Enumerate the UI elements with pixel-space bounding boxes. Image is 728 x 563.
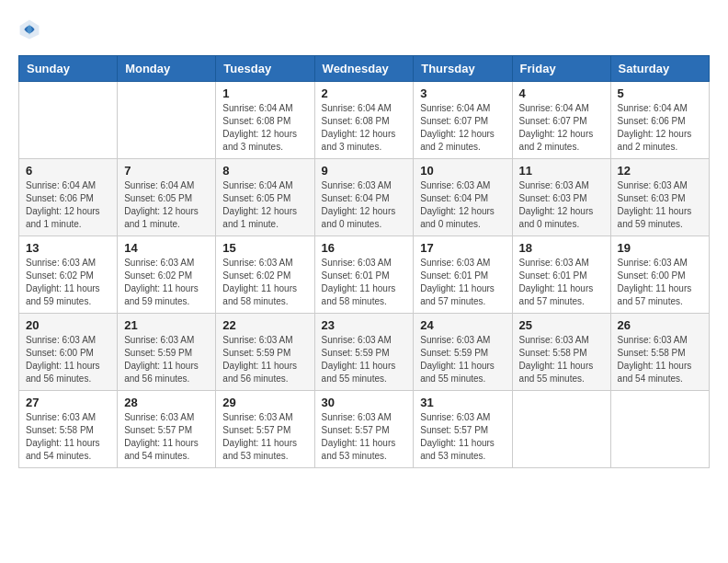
calendar-cell: 1Sunrise: 6:04 AM Sunset: 6:08 PM Daylig… [216,82,314,159]
calendar-cell: 12Sunrise: 6:03 AM Sunset: 6:03 PM Dayli… [610,159,709,236]
day-info: Sunrise: 6:03 AM Sunset: 6:01 PM Dayligh… [519,257,604,308]
calendar-cell: 23Sunrise: 6:03 AM Sunset: 5:59 PM Dayli… [314,314,414,391]
day-info: Sunrise: 6:03 AM Sunset: 5:58 PM Dayligh… [618,334,702,385]
calendar-cell [118,82,216,159]
calendar-cell [512,391,610,468]
calendar-header-row: SundayMondayTuesdayWednesdayThursdayFrid… [19,56,710,82]
calendar-week-row: 13Sunrise: 6:03 AM Sunset: 6:02 PM Dayli… [19,236,710,314]
calendar-cell: 20Sunrise: 6:03 AM Sunset: 6:00 PM Dayli… [19,314,118,391]
calendar-cell: 24Sunrise: 6:03 AM Sunset: 5:59 PM Dayli… [414,314,512,391]
day-info: Sunrise: 6:03 AM Sunset: 6:02 PM Dayligh… [124,257,209,308]
day-number: 23 [322,318,407,332]
calendar-cell: 14Sunrise: 6:03 AM Sunset: 6:02 PM Dayli… [118,236,216,314]
calendar-week-row: 1Sunrise: 6:04 AM Sunset: 6:08 PM Daylig… [19,82,710,159]
day-info: Sunrise: 6:03 AM Sunset: 5:59 PM Dayligh… [322,334,407,385]
header-thursday: Thursday [414,56,512,82]
calendar-week-row: 27Sunrise: 6:03 AM Sunset: 5:58 PM Dayli… [19,391,710,468]
day-number: 27 [26,396,110,409]
calendar-cell: 2Sunrise: 6:04 AM Sunset: 6:08 PM Daylig… [314,82,414,159]
day-info: Sunrise: 6:04 AM Sunset: 6:05 PM Dayligh… [222,179,307,231]
day-number: 7 [124,164,209,178]
calendar-cell: 11Sunrise: 6:03 AM Sunset: 6:03 PM Dayli… [512,159,610,236]
calendar-week-row: 20Sunrise: 6:03 AM Sunset: 6:00 PM Dayli… [19,314,710,391]
header-saturday: Saturday [610,56,709,82]
day-info: Sunrise: 6:04 AM Sunset: 6:07 PM Dayligh… [519,102,604,154]
day-info: Sunrise: 6:03 AM Sunset: 6:04 PM Dayligh… [420,179,505,231]
day-info: Sunrise: 6:03 AM Sunset: 5:57 PM Dayligh… [222,411,307,463]
calendar-cell: 8Sunrise: 6:04 AM Sunset: 6:05 PM Daylig… [216,159,314,236]
day-number: 3 [420,86,505,100]
logo [18,18,44,40]
day-info: Sunrise: 6:03 AM Sunset: 6:00 PM Dayligh… [618,257,702,308]
day-info: Sunrise: 6:03 AM Sunset: 6:01 PM Dayligh… [322,257,407,308]
calendar-cell: 6Sunrise: 6:04 AM Sunset: 6:06 PM Daylig… [19,159,118,236]
day-number: 5 [618,86,702,100]
day-number: 21 [124,318,209,332]
day-number: 22 [222,318,307,332]
day-info: Sunrise: 6:04 AM Sunset: 6:05 PM Dayligh… [124,179,209,231]
calendar-cell: 26Sunrise: 6:03 AM Sunset: 5:58 PM Dayli… [610,314,709,391]
calendar-week-row: 6Sunrise: 6:04 AM Sunset: 6:06 PM Daylig… [19,159,710,236]
day-number: 31 [420,396,505,409]
day-number: 30 [322,396,407,409]
day-info: Sunrise: 6:03 AM Sunset: 5:58 PM Dayligh… [519,334,604,385]
calendar-cell: 16Sunrise: 6:03 AM Sunset: 6:01 PM Dayli… [314,236,414,314]
calendar-cell: 21Sunrise: 6:03 AM Sunset: 5:59 PM Dayli… [118,314,216,391]
day-number: 18 [519,241,604,255]
day-info: Sunrise: 6:04 AM Sunset: 6:06 PM Dayligh… [26,179,110,231]
day-number: 6 [26,164,110,178]
day-number: 9 [322,164,407,178]
calendar-cell: 30Sunrise: 6:03 AM Sunset: 5:57 PM Dayli… [314,391,414,468]
day-info: Sunrise: 6:03 AM Sunset: 5:57 PM Dayligh… [124,411,209,463]
header-monday: Monday [118,56,216,82]
calendar-cell: 10Sunrise: 6:03 AM Sunset: 6:04 PM Dayli… [414,159,512,236]
calendar-cell: 9Sunrise: 6:03 AM Sunset: 6:04 PM Daylig… [314,159,414,236]
calendar-table: SundayMondayTuesdayWednesdayThursdayFrid… [18,55,710,468]
day-number: 16 [322,241,407,255]
calendar-cell: 18Sunrise: 6:03 AM Sunset: 6:01 PM Dayli… [512,236,610,314]
calendar-cell: 5Sunrise: 6:04 AM Sunset: 6:06 PM Daylig… [610,82,709,159]
day-number: 12 [618,164,702,178]
day-number: 1 [222,86,307,100]
day-info: Sunrise: 6:03 AM Sunset: 6:04 PM Dayligh… [322,179,407,231]
calendar-cell: 15Sunrise: 6:03 AM Sunset: 6:02 PM Dayli… [216,236,314,314]
day-info: Sunrise: 6:03 AM Sunset: 5:57 PM Dayligh… [322,411,407,463]
day-number: 28 [124,396,209,409]
calendar-cell [610,391,709,468]
day-number: 4 [519,86,604,100]
day-number: 13 [26,241,110,255]
day-info: Sunrise: 6:03 AM Sunset: 6:02 PM Dayligh… [26,257,110,308]
header-sunday: Sunday [19,56,118,82]
day-number: 8 [222,164,307,178]
day-info: Sunrise: 6:03 AM Sunset: 5:59 PM Dayligh… [124,334,209,385]
calendar-cell: 27Sunrise: 6:03 AM Sunset: 5:58 PM Dayli… [19,391,118,468]
day-info: Sunrise: 6:04 AM Sunset: 6:07 PM Dayligh… [420,102,505,154]
day-number: 25 [519,318,604,332]
logo-icon [18,18,40,40]
calendar-cell: 7Sunrise: 6:04 AM Sunset: 6:05 PM Daylig… [118,159,216,236]
day-number: 14 [124,241,209,255]
calendar-cell [19,82,118,159]
day-info: Sunrise: 6:03 AM Sunset: 5:59 PM Dayligh… [420,334,505,385]
calendar-cell: 31Sunrise: 6:03 AM Sunset: 5:57 PM Dayli… [414,391,512,468]
day-info: Sunrise: 6:03 AM Sunset: 5:57 PM Dayligh… [420,411,505,463]
day-info: Sunrise: 6:03 AM Sunset: 5:58 PM Dayligh… [26,411,110,463]
calendar-cell: 25Sunrise: 6:03 AM Sunset: 5:58 PM Dayli… [512,314,610,391]
day-number: 17 [420,241,505,255]
day-number: 10 [420,164,505,178]
day-info: Sunrise: 6:04 AM Sunset: 6:08 PM Dayligh… [322,102,407,154]
day-info: Sunrise: 6:03 AM Sunset: 6:00 PM Dayligh… [26,334,110,385]
day-number: 15 [222,241,307,255]
day-info: Sunrise: 6:03 AM Sunset: 6:03 PM Dayligh… [519,179,604,231]
day-number: 20 [26,318,110,332]
calendar-cell: 28Sunrise: 6:03 AM Sunset: 5:57 PM Dayli… [118,391,216,468]
day-number: 29 [222,396,307,409]
header-wednesday: Wednesday [314,56,414,82]
day-number: 26 [618,318,702,332]
day-info: Sunrise: 6:03 AM Sunset: 6:03 PM Dayligh… [618,179,702,231]
day-number: 2 [322,86,407,100]
calendar-cell: 13Sunrise: 6:03 AM Sunset: 6:02 PM Dayli… [19,236,118,314]
calendar-cell: 4Sunrise: 6:04 AM Sunset: 6:07 PM Daylig… [512,82,610,159]
page-header [18,18,710,40]
calendar-cell: 3Sunrise: 6:04 AM Sunset: 6:07 PM Daylig… [414,82,512,159]
